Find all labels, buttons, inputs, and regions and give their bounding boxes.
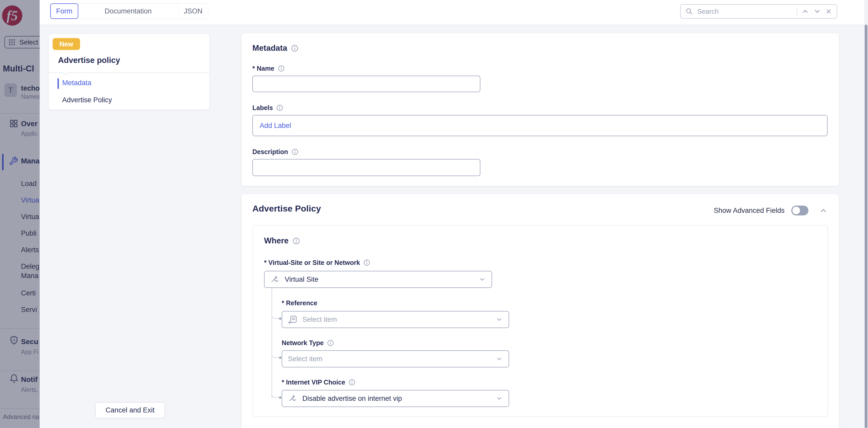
chevron-down-icon — [813, 7, 821, 15]
reference-label: * Reference — [282, 299, 317, 307]
topbar: Form Documentation JSON — [40, 0, 864, 25]
cancel-and-exit-button[interactable]: Cancel and Exit — [95, 402, 165, 419]
scrollbar-thumb[interactable] — [865, 25, 867, 428]
info-icon[interactable] — [293, 237, 300, 244]
search-prev-button[interactable] — [801, 7, 809, 15]
network-type-placeholder: Select item — [288, 355, 322, 363]
nav-active-indicator — [58, 78, 59, 89]
info-icon[interactable] — [327, 340, 334, 346]
form-nav-panel: New Advertise policy Metadata Advertise … — [49, 34, 209, 109]
tree-connector-elbow — [272, 352, 279, 358]
chevron-down-icon — [496, 355, 503, 362]
info-icon[interactable] — [276, 105, 283, 111]
metadata-section: Metadata * Name Labels — [242, 33, 839, 186]
add-label-input[interactable]: Add Label — [252, 115, 828, 136]
tree-connector-elbow — [272, 392, 279, 398]
tab-json[interactable]: JSON — [178, 3, 208, 19]
one-of-branch-icon — [288, 394, 298, 403]
nav-link-metadata[interactable]: Metadata — [62, 79, 91, 87]
info-icon[interactable] — [364, 259, 370, 266]
search-box[interactable] — [680, 4, 837, 19]
metadata-section-title: Metadata — [252, 43, 287, 53]
show-advanced-fields-toggle[interactable] — [791, 206, 808, 216]
site-choice-label: * Virtual-Site or Site or Network — [264, 259, 360, 266]
description-field-label: Description — [252, 148, 288, 156]
name-field-label: * Name — [252, 65, 274, 72]
search-input[interactable] — [697, 7, 793, 15]
reference-dropdown[interactable]: Select item — [282, 311, 509, 328]
close-icon — [825, 8, 832, 15]
select-from-list-icon — [288, 315, 298, 324]
where-subsection-title: Where — [264, 236, 289, 245]
network-type-label: Network Type — [282, 339, 323, 347]
info-icon[interactable] — [292, 149, 298, 155]
site-choice-value: Virtual Site — [285, 275, 318, 284]
search-divider — [797, 7, 797, 15]
page-title: Advertise policy — [58, 56, 120, 65]
view-tabs: Form Documentation JSON — [50, 3, 208, 19]
chevron-down-icon — [478, 276, 486, 283]
tree-connector-dot — [279, 396, 281, 399]
site-choice-dropdown[interactable]: Virtual Site — [264, 271, 492, 288]
advertise-policy-section: Advertise Policy Show Advanced Fields Wh… — [242, 194, 839, 428]
chevron-up-icon — [801, 7, 809, 15]
chevron-down-icon — [496, 395, 503, 402]
reference-placeholder: Select item — [302, 316, 337, 324]
nav-divider-notch — [63, 70, 69, 76]
tree-connector-dot — [279, 357, 281, 359]
internet-vip-choice-value: Disable advertise on internet vip — [302, 395, 402, 403]
status-badge-new: New — [53, 38, 80, 50]
description-input[interactable] — [252, 159, 480, 176]
where-subsection: Where * Virtual-Site or Site or Network — [253, 225, 828, 417]
tree-connector-elbow — [272, 312, 279, 319]
sidebar-scrim-overlay — [0, 0, 40, 428]
add-label-placeholder: Add Label — [259, 122, 291, 130]
info-icon[interactable] — [349, 379, 355, 386]
name-input[interactable] — [252, 76, 480, 92]
search-icon — [685, 7, 693, 15]
nav-link-advertise-policy[interactable]: Advertise Policy — [62, 96, 112, 104]
tree-connector-dot — [279, 318, 281, 320]
search-next-button[interactable] — [813, 7, 821, 15]
internet-vip-choice-dropdown[interactable]: Disable advertise on internet vip — [282, 390, 509, 407]
nav-divider — [49, 72, 209, 73]
one-of-branch-icon — [270, 274, 280, 284]
collapse-section-button[interactable] — [819, 206, 828, 215]
tab-form[interactable]: Form — [50, 3, 78, 19]
chevron-down-icon — [496, 316, 503, 323]
tab-documentation[interactable]: Documentation — [78, 3, 178, 19]
network-type-dropdown[interactable]: Select item — [282, 350, 509, 367]
chevron-up-icon — [819, 206, 828, 215]
show-advanced-fields-label: Show Advanced Fields — [714, 207, 784, 215]
main-content: New Advertise policy Metadata Advertise … — [40, 25, 864, 428]
internet-vip-choice-label: * Internet VIP Choice — [282, 378, 345, 386]
tree-connector-line — [272, 288, 272, 398]
info-icon[interactable] — [291, 45, 298, 52]
info-icon[interactable] — [278, 65, 284, 72]
advertise-policy-section-title: Advertise Policy — [252, 203, 321, 213]
labels-field-label: Labels — [252, 104, 273, 111]
toggle-knob — [792, 207, 800, 215]
search-close-button[interactable] — [825, 8, 832, 15]
